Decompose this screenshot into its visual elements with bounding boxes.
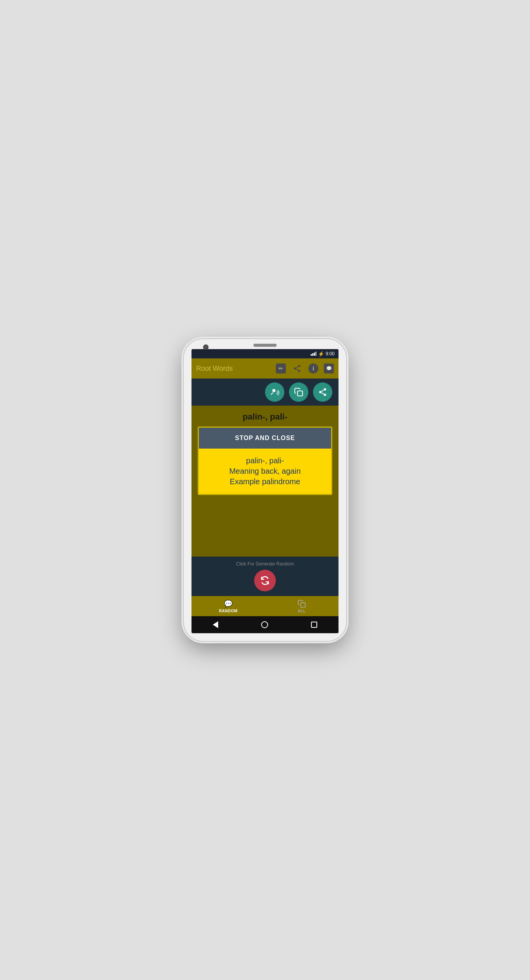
share-button[interactable] [313, 382, 332, 402]
app-title: Root Words [196, 365, 276, 373]
stop-and-close-button[interactable]: STOP AND CLOSE [199, 428, 331, 449]
home-button[interactable] [261, 621, 268, 628]
svg-point-5 [272, 389, 275, 392]
speaker [253, 344, 277, 347]
tab-all-icon [297, 600, 306, 608]
info-icon-btn[interactable]: i [308, 363, 318, 373]
tab-all-label: ALL [298, 609, 306, 613]
svg-point-9 [324, 394, 326, 396]
tab-random[interactable]: 💬 RANDOM [191, 596, 265, 616]
copy-icon [294, 387, 303, 397]
svg-rect-6 [297, 391, 303, 396]
phone-bottom-space [184, 633, 346, 641]
dialog-meaning: Meaning back, again [205, 467, 325, 476]
pencil-icon: ✏ [279, 365, 283, 372]
share-action-icon [318, 387, 327, 397]
dialog-popup: STOP AND CLOSE palin-, pali- Meaning bac… [198, 427, 332, 495]
phone-top-bar [184, 339, 346, 349]
camera [203, 344, 209, 350]
home-icon [261, 621, 268, 628]
tts-button[interactable] [265, 382, 284, 402]
android-nav [191, 616, 339, 633]
stop-and-close-label: STOP AND CLOSE [235, 435, 295, 441]
status-time: 9:00 [326, 351, 335, 356]
svg-line-3 [296, 369, 298, 370]
app-toolbar: Root Words ✏ i 💬 [191, 358, 339, 379]
svg-point-2 [298, 370, 301, 372]
bottom-tabs: 💬 RANDOM ALL [191, 596, 339, 616]
signal-icon [311, 352, 316, 356]
chat-icon-btn[interactable]: 💬 [324, 363, 334, 373]
back-icon [213, 621, 218, 628]
info-icon: i [313, 365, 314, 372]
dialog-word: palin-, pali- [205, 456, 325, 465]
svg-point-0 [298, 365, 301, 367]
generate-area: Click For Generate Random [191, 557, 339, 596]
svg-line-11 [321, 390, 324, 392]
word-header: palin-, pali- [243, 412, 287, 422]
action-buttons-row [191, 379, 339, 406]
chat-icon: 💬 [326, 366, 332, 371]
status-bar: ⚡ 9:00 [191, 349, 339, 358]
tts-icon [270, 387, 279, 397]
tab-all[interactable]: ALL [265, 596, 339, 616]
card-area: palin-, pali- STOP AND CLOSE palin-, pal… [191, 406, 339, 557]
phone-frame: ⚡ 9:00 Root Words ✏ i [184, 339, 346, 641]
toolbar-icons: ✏ i 💬 [276, 363, 334, 374]
generate-random-button[interactable] [254, 570, 276, 591]
svg-line-10 [321, 393, 324, 394]
back-button[interactable] [213, 621, 218, 628]
dialog-content: palin-, pali- Meaning back, again Exampl… [199, 449, 331, 494]
svg-point-7 [324, 388, 326, 391]
dialog-example: Example palindrome [205, 477, 325, 486]
tab-random-label: RANDOM [219, 609, 238, 613]
share-icon-btn[interactable] [291, 363, 303, 374]
svg-rect-12 [301, 603, 305, 607]
svg-point-1 [294, 367, 296, 370]
phone-screen: ⚡ 9:00 Root Words ✏ i [191, 349, 339, 633]
recents-button[interactable] [311, 622, 317, 628]
recents-icon [311, 622, 317, 628]
pencil-icon-btn[interactable]: ✏ [276, 363, 286, 373]
generate-label: Click For Generate Random [236, 561, 294, 567]
svg-point-8 [319, 391, 321, 393]
refresh-icon [260, 576, 270, 586]
share-icon [293, 364, 301, 373]
battery-icon: ⚡ [318, 351, 324, 357]
tab-random-icon: 💬 [224, 600, 233, 608]
copy-button[interactable] [289, 382, 308, 402]
status-icons: ⚡ 9:00 [311, 351, 335, 357]
svg-line-4 [296, 367, 298, 368]
